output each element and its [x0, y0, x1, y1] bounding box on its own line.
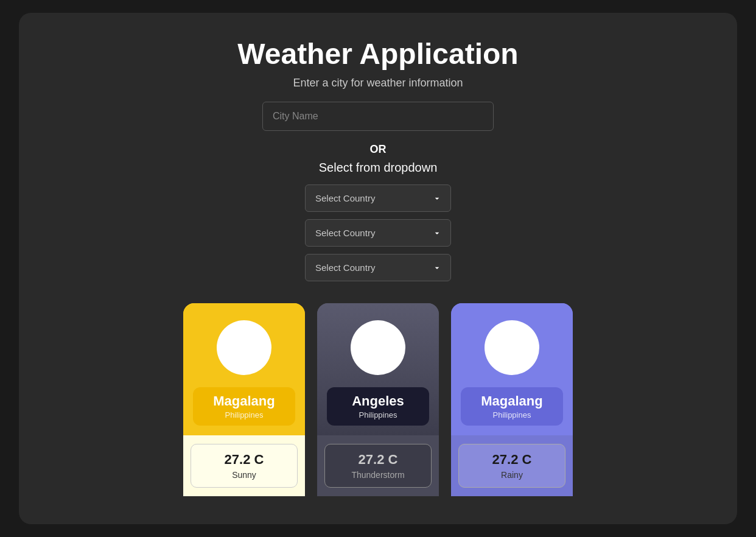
temp-value-thunderstorm: 27.2 C	[332, 452, 424, 468]
temp-box-rainy: 27.2 C Rainy	[458, 444, 565, 488]
temp-box-thunderstorm: 27.2 C Thunderstorm	[324, 444, 432, 488]
city-name-sunny: Magalang	[200, 393, 288, 409]
or-divider: OR	[370, 143, 387, 156]
weather-card-thunderstorm: Angeles Philippines 27.2 C Thunderstorm	[317, 303, 439, 496]
card-bottom-rainy: 27.2 C Rainy	[451, 435, 573, 496]
card-top-thunderstorm: Angeles Philippines	[317, 303, 439, 435]
weather-icon-thunderstorm	[351, 320, 405, 375]
country-select-1[interactable]: Select Country	[305, 184, 451, 212]
weather-card-sunny: Magalang Philippines 27.2 C Sunny	[183, 303, 305, 496]
country-select-3[interactable]: Select Country	[305, 254, 451, 281]
card-bottom-thunderstorm: 27.2 C Thunderstorm	[317, 435, 439, 496]
temp-box-sunny: 27.2 C Sunny	[191, 444, 298, 488]
weather-icon-rainy	[485, 320, 539, 375]
city-name-rainy: Magalang	[468, 393, 556, 409]
dropdown-group: Select Country Select Country Select Cou…	[305, 184, 451, 281]
card-top-rainy: Magalang Philippines	[451, 303, 573, 435]
weather-condition-rainy: Rainy	[466, 470, 558, 480]
city-country-rainy: Philippines	[468, 410, 556, 419]
dropdown-section-label: Select from dropdown	[319, 161, 438, 175]
country-select-2[interactable]: Select Country	[305, 219, 451, 247]
city-badge-thunderstorm: Angeles Philippines	[327, 387, 429, 426]
city-name-thunderstorm: Angeles	[334, 393, 422, 409]
city-badge-sunny: Magalang Philippines	[193, 387, 295, 426]
city-badge-rainy: Magalang Philippines	[461, 387, 563, 426]
city-country-sunny: Philippines	[200, 410, 288, 419]
temp-value-sunny: 27.2 C	[198, 452, 290, 468]
weather-condition-thunderstorm: Thunderstorm	[332, 470, 424, 480]
weather-icon-sunny	[217, 320, 271, 375]
weather-condition-sunny: Sunny	[198, 470, 290, 480]
card-bottom-sunny: 27.2 C Sunny	[183, 435, 305, 496]
card-top-sunny: Magalang Philippines	[183, 303, 305, 435]
weather-cards-row: Magalang Philippines 27.2 C Sunny Angele…	[183, 303, 573, 496]
app-container: Weather Application Enter a city for wea…	[19, 13, 737, 524]
temp-value-rainy: 27.2 C	[466, 452, 558, 468]
app-title: Weather Application	[237, 37, 518, 71]
city-name-input[interactable]	[262, 102, 494, 131]
weather-card-rainy: Magalang Philippines 27.2 C Rainy	[451, 303, 573, 496]
app-subtitle: Enter a city for weather information	[293, 77, 463, 90]
city-country-thunderstorm: Philippines	[334, 410, 422, 419]
